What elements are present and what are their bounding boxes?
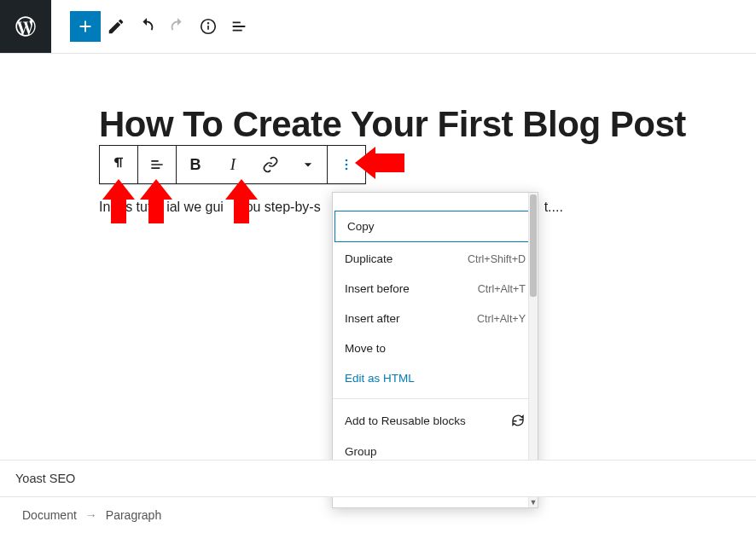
yoast-panel[interactable]: Yoast SEO (0, 460, 756, 497)
svg-point-3 (346, 159, 348, 162)
wordpress-icon (14, 14, 38, 38)
breadcrumb-item[interactable]: Paragraph (106, 508, 161, 522)
block-breadcrumb: Document → Paragraph (0, 497, 756, 533)
link-icon (262, 156, 279, 173)
scroll-thumb[interactable] (530, 194, 537, 297)
bold-button[interactable]: B (177, 146, 214, 183)
redo-button (162, 11, 193, 42)
undo-button[interactable] (131, 11, 162, 42)
undo-icon (137, 17, 156, 36)
wordpress-logo[interactable] (0, 0, 51, 53)
outline-icon (230, 17, 248, 36)
breadcrumb-item[interactable]: Document (22, 508, 77, 522)
menu-divider (333, 398, 538, 399)
menu-item-reusable[interactable]: Add to Reusable blocks (333, 404, 538, 437)
edit-mode-button[interactable] (101, 11, 131, 42)
outline-button[interactable] (224, 11, 254, 42)
align-icon (148, 156, 166, 173)
post-title[interactable]: How To Create Your First Blog Post (99, 104, 686, 145)
menu-item-cutoff[interactable]: Show more settings Ctrl+Shift+, (333, 193, 538, 209)
svg-point-5 (346, 168, 348, 171)
more-vertical-icon (338, 156, 355, 173)
refresh-icon (510, 413, 526, 428)
menu-item-edit-html[interactable]: Edit as HTML (333, 363, 538, 393)
italic-button[interactable]: I (214, 146, 252, 183)
pencil-icon (107, 17, 125, 36)
add-block-button[interactable] (70, 11, 101, 42)
svg-point-4 (346, 164, 348, 166)
svg-point-2 (208, 23, 209, 24)
block-type-button[interactable] (100, 146, 138, 183)
link-button[interactable] (252, 146, 289, 183)
bold-icon: B (190, 156, 201, 174)
menu-item-insert-after[interactable]: Insert after Ctrl+Alt+Y (333, 304, 538, 333)
align-button[interactable] (138, 146, 177, 183)
menu-item-insert-before[interactable]: Insert before Ctrl+Alt+T (333, 274, 538, 304)
italic-icon: I (230, 155, 236, 174)
redo-icon (168, 17, 187, 36)
breadcrumb-separator: → (85, 508, 97, 522)
more-format-button[interactable] (289, 146, 328, 183)
plus-icon (76, 17, 95, 36)
menu-item-duplicate[interactable]: Duplicate Ctrl+Shift+D (333, 244, 538, 274)
editor-top-toolbar (0, 0, 756, 54)
info-button[interactable] (193, 11, 224, 42)
menu-item-move-to[interactable]: Move to (333, 333, 538, 363)
info-icon (199, 17, 218, 36)
chevron-down-icon (299, 156, 317, 173)
pilcrow-icon (110, 156, 127, 173)
menu-item-copy[interactable]: Copy (334, 211, 536, 242)
